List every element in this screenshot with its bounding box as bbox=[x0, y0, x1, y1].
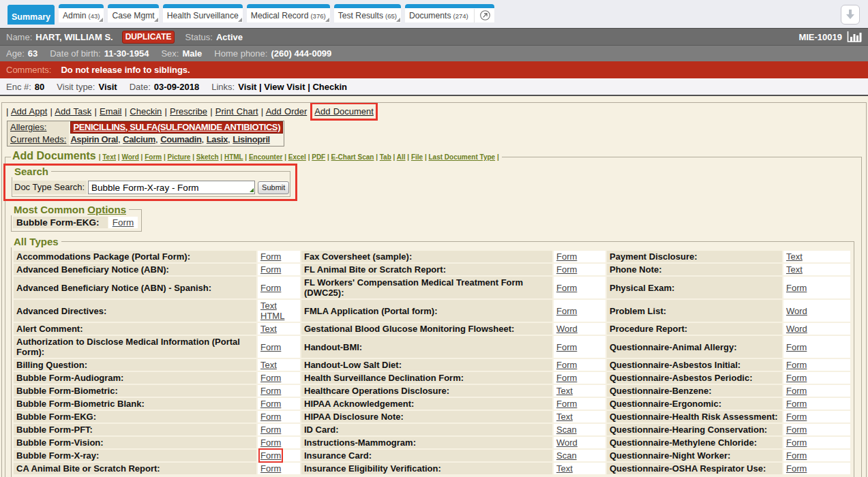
doc-action-link-text[interactable]: Text bbox=[260, 324, 277, 334]
quick-link-add-document[interactable]: Add Document bbox=[314, 106, 374, 117]
doc-type-link-picture[interactable]: Picture bbox=[168, 153, 191, 161]
doc-action-link-form[interactable]: Form bbox=[260, 386, 281, 396]
quick-links: | Add Appt | Add Task | Email | Checkin … bbox=[6, 106, 862, 117]
quick-link-print-chart[interactable]: Print Chart bbox=[215, 106, 258, 117]
doc-action-link-form[interactable]: Form bbox=[786, 425, 807, 435]
med-link-lisinopril[interactable]: Lisinopril bbox=[233, 134, 270, 144]
tab-test-results[interactable]: Test Results(65) bbox=[334, 4, 401, 22]
doc-action-link-html[interactable]: HTML bbox=[260, 311, 284, 321]
doc-type-link-e-chart-scan[interactable]: E-Chart Scan bbox=[331, 153, 374, 161]
tab-case-mgmt[interactable]: Case Mgmt bbox=[108, 4, 158, 22]
doc-action-link-word[interactable]: Word bbox=[786, 324, 807, 334]
doc-action-link-form[interactable]: Form bbox=[786, 399, 807, 409]
med-link-lasix[interactable]: Lasix bbox=[207, 134, 228, 144]
doc-action-link-form[interactable]: Form bbox=[260, 450, 281, 461]
doc-type-label: Advanced Directives: bbox=[14, 300, 256, 322]
doc-action-link-text[interactable]: Text bbox=[556, 463, 573, 474]
doc-type-link-html[interactable]: HTML bbox=[224, 153, 243, 161]
doc-type-link-word[interactable]: Word bbox=[121, 153, 138, 161]
doc-type-link-file[interactable]: File bbox=[411, 153, 423, 161]
doc-type-link-form[interactable]: Form bbox=[145, 153, 162, 161]
encounter-link-visit[interactable]: Visit bbox=[238, 82, 256, 92]
doc-type-link-encounter[interactable]: Encounter bbox=[249, 153, 282, 161]
allergies-link[interactable]: Allergies: bbox=[10, 122, 46, 132]
doc-type-link-all[interactable]: All bbox=[397, 153, 406, 161]
doc-type-actions: Form bbox=[258, 411, 300, 422]
doc-action-link-text[interactable]: Text bbox=[260, 301, 277, 311]
doc-action-link-form[interactable]: Form bbox=[556, 342, 577, 352]
doc-action-link-form[interactable]: Form bbox=[260, 342, 281, 352]
bar-chart-icon[interactable] bbox=[847, 31, 862, 43]
doc-action-link-text[interactable]: Text bbox=[786, 264, 803, 275]
doc-action-link-form[interactable]: Form bbox=[786, 463, 807, 474]
doc-action-link-form[interactable]: Form bbox=[786, 360, 807, 370]
doc-action-link-form[interactable]: Form bbox=[786, 412, 807, 422]
doc-action-link-form[interactable]: Form bbox=[556, 399, 577, 409]
doc-type-link-sketch[interactable]: Sketch bbox=[196, 153, 219, 161]
quick-link-prescribe[interactable]: Prescribe bbox=[170, 106, 207, 117]
doc-type-link-pdf[interactable]: PDF bbox=[312, 153, 325, 161]
tab-medical-record[interactable]: Medical Record(376) bbox=[247, 4, 330, 22]
doc-type-link-tab[interactable]: Tab bbox=[380, 153, 391, 161]
most-common-options-link[interactable]: Options bbox=[87, 204, 126, 215]
tab-summary[interactable]: Summary bbox=[8, 5, 55, 25]
doc-action-link-text[interactable]: Text bbox=[556, 412, 573, 422]
doc-action-link-form[interactable]: Form bbox=[786, 283, 807, 293]
doc-action-link-form[interactable]: Form bbox=[786, 450, 807, 461]
tab-admin[interactable]: Admin(43) bbox=[59, 4, 104, 22]
doc-action-link-form[interactable]: Form bbox=[786, 437, 807, 448]
doc-type-actions: Form bbox=[554, 251, 605, 262]
doc-type-link-excel[interactable]: Excel bbox=[288, 153, 306, 161]
doc-type-actions: Form bbox=[554, 398, 605, 410]
encounter-link-checkin[interactable]: Checkin bbox=[312, 82, 347, 92]
allergy-value-link[interactable]: PENICILLINS, SULFA(SULFONAMIDE ANTIBIOTI… bbox=[70, 121, 283, 134]
quick-link-checkin[interactable]: Checkin bbox=[130, 106, 162, 117]
submit-button[interactable]: Submit bbox=[258, 181, 289, 194]
doc-action-link-form[interactable]: Form bbox=[786, 373, 807, 383]
quick-link-email[interactable]: Email bbox=[100, 106, 122, 117]
doc-action-link-form[interactable]: Form bbox=[260, 251, 281, 262]
doc-action-link-form[interactable]: Form bbox=[260, 373, 281, 383]
doc-action-link-form[interactable]: Form bbox=[786, 342, 807, 352]
doc-action-link-form[interactable]: Form bbox=[556, 251, 577, 262]
med-link-coumadin[interactable]: Coumadin bbox=[160, 134, 201, 144]
doc-action-link-word[interactable]: Word bbox=[556, 324, 578, 334]
download-button[interactable] bbox=[841, 5, 860, 25]
doc-action-link-scan[interactable]: Scan bbox=[556, 450, 577, 461]
tab-health-surveillance[interactable]: Health Surveillance bbox=[163, 4, 243, 22]
doc-action-link-text[interactable]: Text bbox=[786, 251, 803, 262]
doc-action-link-form[interactable]: Form bbox=[556, 306, 577, 316]
med-link-aspirin-oral[interactable]: Aspirin Oral bbox=[70, 134, 118, 144]
doc-action-link-form[interactable]: Form bbox=[260, 283, 281, 293]
doc-action-link-form[interactable]: Form bbox=[556, 373, 577, 383]
doc-type-label: Questionnaire-Benzene: bbox=[607, 385, 782, 397]
doc-action-link-form[interactable]: Form bbox=[260, 437, 281, 448]
doc-action-link-form[interactable]: Form bbox=[260, 264, 281, 275]
doc-type-search-combo bbox=[88, 181, 255, 194]
doc-action-link-form[interactable]: Form bbox=[260, 463, 281, 474]
doc-action-link-form[interactable]: Form bbox=[260, 412, 281, 422]
doc-type-search-input[interactable] bbox=[88, 181, 255, 194]
quick-link-add-order[interactable]: Add Order bbox=[266, 106, 308, 117]
doc-action-link-form[interactable]: Form bbox=[556, 360, 577, 370]
tab-documents[interactable]: Documents(274) bbox=[405, 4, 494, 22]
encounter-link-view-visit[interactable]: View Visit bbox=[264, 82, 305, 92]
external-link-icon[interactable] bbox=[480, 10, 490, 20]
doc-type-link-last-document-type[interactable]: Last Document Type bbox=[429, 153, 496, 161]
med-link-calcium[interactable]: Calcium bbox=[123, 134, 155, 144]
doc-action-link-form[interactable]: Form bbox=[556, 283, 577, 293]
doc-action-link-form[interactable]: Form bbox=[556, 264, 577, 275]
doc-action-link-word[interactable]: Word bbox=[786, 306, 807, 316]
doc-type-link-text[interactable]: Text bbox=[102, 153, 116, 161]
most-common-form-link[interactable]: Form bbox=[113, 217, 134, 228]
doc-action-link-form[interactable]: Form bbox=[260, 399, 281, 409]
doc-action-link-word[interactable]: Word bbox=[556, 437, 578, 448]
doc-action-link-scan[interactable]: Scan bbox=[556, 425, 577, 435]
quick-link-add-appt[interactable]: Add Appt bbox=[11, 106, 47, 117]
doc-action-link-text[interactable]: Text bbox=[556, 386, 573, 396]
doc-action-link-text[interactable]: Text bbox=[260, 360, 277, 370]
doc-action-link-form[interactable]: Form bbox=[260, 425, 281, 435]
doc-action-link-form[interactable]: Form bbox=[786, 386, 807, 396]
quick-link-add-task[interactable]: Add Task bbox=[55, 106, 91, 117]
current-meds-link[interactable]: Current Meds: bbox=[10, 134, 66, 144]
